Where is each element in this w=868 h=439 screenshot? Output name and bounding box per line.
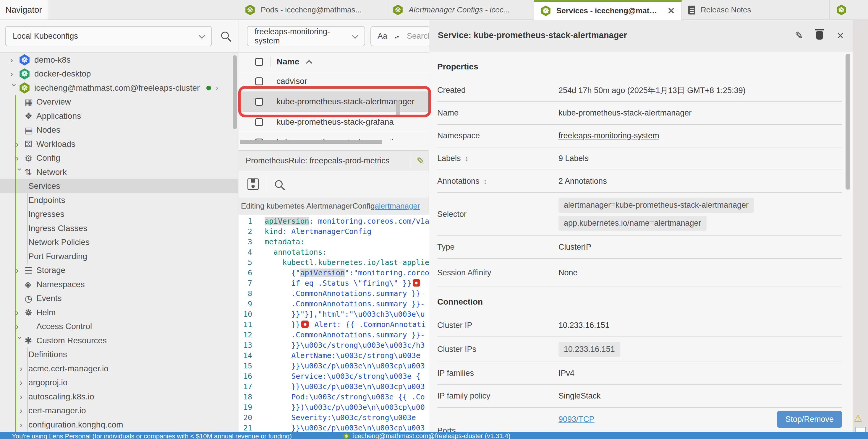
active-cluster-status[interactable]: ☸ icecheng@mathmast.com@freeleaps-cluste… xyxy=(343,432,510,439)
code-segment: .CommonAnnotations.summary }}- xyxy=(265,331,425,339)
sidebar-item-ingress-classes[interactable]: Ingress Classes xyxy=(0,221,238,235)
sidebar-item-nodes[interactable]: ▤Nodes xyxy=(0,123,238,137)
sidebar-item-namespaces[interactable]: ◈Namespaces xyxy=(0,277,238,292)
regex-toggle[interactable]: ▪* xyxy=(395,31,399,41)
chevron-right-icon[interactable]: › xyxy=(20,378,28,387)
table-row-kube-prometheus-stack-alertmanager[interactable]: kube-prometheus-stack-alertmanager xyxy=(239,92,429,112)
sidebar-item-port-forwarding[interactable]: Port Forwarding xyxy=(0,249,238,264)
editor-search-icon[interactable] xyxy=(275,180,283,188)
chevron-right-icon[interactable]: › xyxy=(16,140,25,148)
search-input[interactable]: Aa ▪* Search xyxy=(370,26,429,46)
sidebar-item-endpoints[interactable]: Endpoints xyxy=(0,193,238,207)
sidebar-item-ingresses[interactable]: Ingresses xyxy=(0,207,238,222)
kubernetes-icon: ☸ xyxy=(245,5,255,15)
detail-panel-body: PropertiesCreated254d 17h 50m ago (2025年… xyxy=(429,52,852,432)
sidebar-item-helm[interactable]: ›☸Helm xyxy=(0,305,238,319)
sidebar-item-icecheng-mathmast-com-freeleaps-cluster[interactable]: ›☸icecheng@mathmast.com@freeleaps-cluste… xyxy=(0,81,238,95)
detail-panel-scrollbar[interactable] xyxy=(845,54,850,190)
chevron-right-icon[interactable]: › xyxy=(20,392,28,401)
chevron-down-icon[interactable]: › xyxy=(10,83,19,93)
sidebar-item-access-control[interactable]: ›Access Control xyxy=(0,319,238,334)
chevron-right-icon[interactable]: › xyxy=(16,154,25,163)
sidebar-item-storage[interactable]: ›☰Storage xyxy=(0,264,238,278)
stop-remove-button[interactable]: Stop/Remove xyxy=(777,411,842,428)
license-message: You're using Lens Personal (for individu… xyxy=(12,433,292,439)
table-row-cadvisor[interactable]: cadvisor xyxy=(239,71,429,92)
sidebar-item-applications[interactable]: ❖Applications xyxy=(0,109,238,123)
kubeconfig-select[interactable]: Local Kubeconfigs xyxy=(5,26,212,46)
chevron-right-icon[interactable]: › xyxy=(20,420,28,429)
editor-line-10: 10 }}"}],"html":"\u003ch3\u003e\u xyxy=(239,309,429,319)
sort-ascending-icon[interactable] xyxy=(306,60,312,66)
sidebar-scrollbar[interactable] xyxy=(233,55,237,129)
close-icon[interactable]: × xyxy=(837,30,844,41)
sidebar-item-workloads[interactable]: ›⚄Workloads xyxy=(0,137,238,151)
chevron-right-icon[interactable]: › xyxy=(16,308,25,317)
sidebar-item-network[interactable]: ›⇅Network xyxy=(0,165,238,179)
sidebar-item-cert-manager-io[interactable]: ›cert-manager.io xyxy=(0,404,238,418)
table-row-kube-prometheus-stack-grafana[interactable]: kube-prometheus-stack-grafana xyxy=(239,112,429,132)
tab-partial[interactable]: ☸ xyxy=(830,0,866,20)
edit-pencil-icon[interactable]: ✎ xyxy=(416,156,425,167)
sidebar-item-network-policies[interactable]: Network Policies xyxy=(0,235,238,250)
sidebar-item-docker-desktop[interactable]: ›☸docker-desktop xyxy=(0,67,238,81)
chevron-down-icon[interactable]: › xyxy=(16,168,25,177)
sidebar-item-acme-cert-manager-io[interactable]: ›acme.cert-manager.io xyxy=(0,362,238,376)
editing-resource-link[interactable]: alertmanager xyxy=(375,201,420,211)
row-checkbox[interactable] xyxy=(255,98,263,106)
detail-row-namespace: Namespacefreeleaps-monitoring-system xyxy=(437,125,842,147)
sort-icon[interactable]: ↕ xyxy=(465,155,469,163)
chevron-right-icon[interactable]: › xyxy=(20,364,28,373)
detail-label: Session Affinity xyxy=(437,268,558,277)
sidebar-item-argoproj-io[interactable]: ›argoproj.io xyxy=(0,376,238,390)
table-row-kube-prometheus-stack-prometheus[interactable]: kube-prometheus-stack-prometheus xyxy=(239,132,429,140)
editor-line-11: 11 }} Alert: {{ .CommonAnnotati xyxy=(239,319,429,330)
chevron-down-icon[interactable]: › xyxy=(16,336,25,345)
save-icon[interactable] xyxy=(247,178,259,190)
row-checkbox[interactable] xyxy=(255,77,263,86)
chevron-right-icon[interactable]: › xyxy=(20,406,28,415)
sidebar-item-label: Ingresses xyxy=(28,209,64,219)
code-segment: .CommonAnnotations.summary }}- xyxy=(265,289,425,298)
sidebar-item-services[interactable]: Services xyxy=(0,179,238,194)
tab-services-icecheng-math[interactable]: ☸Services - icecheng@math...✕ xyxy=(534,0,682,20)
port-link[interactable]: 9093/TCP xyxy=(558,415,594,424)
close-icon[interactable]: ✕ xyxy=(668,6,675,16)
sidebar-item-autoscaling-k8s-io[interactable]: ›autoscaling.k8s.io xyxy=(0,390,238,404)
match-case-toggle[interactable]: Aa xyxy=(377,32,387,41)
sidebar-item-definitions[interactable]: Definitions xyxy=(0,348,238,362)
sidebar-item-overview[interactable]: ▦Overview xyxy=(0,95,238,109)
chevron-right-icon[interactable]: › xyxy=(10,69,19,78)
search-icon[interactable] xyxy=(221,32,229,39)
detail-value-link[interactable]: freeleaps-monitoring-system xyxy=(558,131,659,140)
sidebar-item-custom-resources[interactable]: ›✱Custom Resources xyxy=(0,334,238,348)
detail-value: 9 Labels xyxy=(558,154,589,163)
chevron-right-icon[interactable]: › xyxy=(10,56,19,64)
sort-icon[interactable]: ↕ xyxy=(484,177,487,185)
chevron-right-icon[interactable]: › xyxy=(16,322,25,331)
table-vertical-scrollbar[interactable] xyxy=(396,100,400,115)
horizontal-scrollbar[interactable] xyxy=(240,140,382,144)
sidebar-item-configuration-konghq-com[interactable]: ›configuration.konghq.com xyxy=(0,418,238,432)
chevron-down-icon xyxy=(352,32,359,39)
delete-trash-icon[interactable] xyxy=(816,31,823,40)
sidebar-item-label: configuration.konghq.com xyxy=(28,420,123,430)
sidebar-item-events[interactable]: ◷Events xyxy=(0,292,238,306)
line-content: .CommonAnnotations.summary }}- xyxy=(265,289,425,298)
select-all-checkbox[interactable] xyxy=(255,58,263,66)
tab-pods-icecheng-mathmas[interactable]: ☸Pods - icecheng@mathmas... xyxy=(238,0,386,20)
chevron-right-icon[interactable]: › xyxy=(16,266,25,275)
yaml-editor[interactable]: 1apiVersion: monitoring.coreos.com/v1alp… xyxy=(239,215,429,432)
namespace-select[interactable]: freeleaps-monitoring-system xyxy=(247,26,365,46)
chevron-right-icon[interactable]: › xyxy=(216,83,218,93)
editor-line-4: 4 annotations: xyxy=(239,247,429,257)
table-body: cadvisorkube-prometheus-stack-alertmanag… xyxy=(239,71,429,140)
edit-pencil-icon[interactable]: ✎ xyxy=(795,30,803,41)
sidebar-item-config[interactable]: ›⚙Config xyxy=(0,151,238,165)
tab-alertmanager-configs-icec[interactable]: ☸Alertmanager Configs - icec... xyxy=(386,0,534,20)
line-content: if eq .Status \"firing\" }} xyxy=(265,279,421,288)
tab-release-notes[interactable]: Release Notes xyxy=(682,0,830,20)
name-column-header[interactable]: Name xyxy=(277,57,299,66)
sidebar-item-demo-k8s[interactable]: ›☸demo-k8s xyxy=(0,53,238,67)
row-checkbox[interactable] xyxy=(255,118,263,126)
